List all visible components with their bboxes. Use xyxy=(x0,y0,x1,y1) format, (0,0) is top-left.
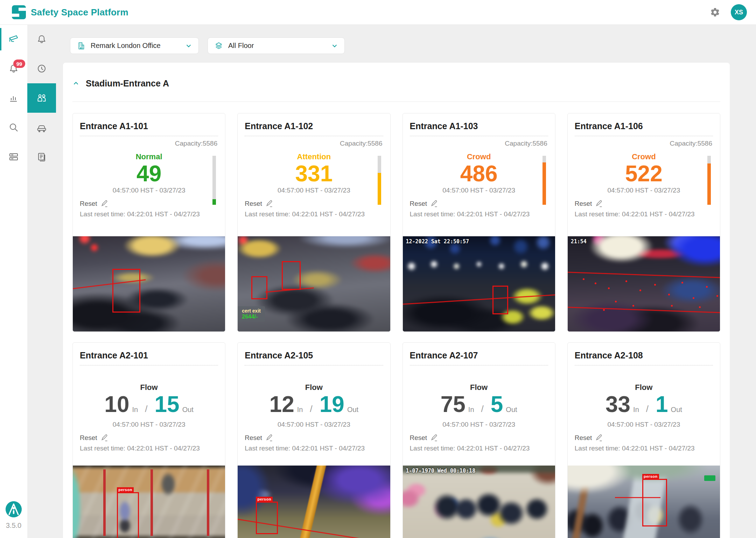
reset-button[interactable]: Reset xyxy=(410,434,427,442)
occupancy-value: 49 xyxy=(73,162,225,185)
last-reset-time: Last reset time: 04:22:01 HST - 04/27/23 xyxy=(568,210,720,218)
car-icon xyxy=(36,122,47,133)
flow-counts: 33 In / 1 Out xyxy=(568,393,720,416)
sidebar-item-occupancy[interactable] xyxy=(27,83,56,113)
reading-timestamp: 04:57:00 HST - 03/27/23 xyxy=(403,187,555,194)
capacity-label: Capacity:5586 xyxy=(403,136,555,147)
last-reset-time: Last reset time: 04:22:01 HST - 04/27/23 xyxy=(403,210,555,218)
filter-bar: Remark London Office All Floor xyxy=(70,37,756,54)
people-icon xyxy=(36,92,47,104)
flow-out-value: 15 xyxy=(154,393,179,416)
brand-logo-icon xyxy=(12,5,26,19)
reset-button[interactable]: Reset xyxy=(245,200,262,208)
sidebar-item-cameras[interactable] xyxy=(0,25,27,54)
occupancy-bar xyxy=(212,156,216,205)
app-title: Safety Space Platform xyxy=(31,7,128,18)
reset-button[interactable]: Reset xyxy=(245,434,262,442)
status-label: Crowd xyxy=(568,152,720,161)
entrance-card-a1-103: Entrance A1-103 Capacity:5586 Crowd 486 … xyxy=(402,113,555,332)
pillar xyxy=(291,466,328,538)
card-title: Entrance A1-101 xyxy=(80,113,218,136)
sidebar-item-notifications[interactable] xyxy=(27,25,56,54)
section-header: Stadium-Entrance A xyxy=(63,63,730,96)
detection-bounding-box: person xyxy=(642,479,667,526)
reset-button[interactable]: Reset xyxy=(410,200,427,208)
edit-pencil-icon[interactable] xyxy=(101,200,108,208)
camera-caption-overlay: cert exit 2644/- xyxy=(238,306,265,322)
sidebar-item-vehicles[interactable] xyxy=(27,113,56,142)
settings-gear-icon[interactable] xyxy=(710,7,720,18)
detection-bounding-box: person xyxy=(117,492,139,538)
camera-timestamp-overlay: 21:54 xyxy=(571,238,587,245)
occupancy-bar-fill xyxy=(212,199,216,204)
site-selector-dropdown[interactable]: Remark London Office xyxy=(70,37,199,54)
flow-slash: / xyxy=(646,404,649,414)
flow-label: Flow xyxy=(238,383,390,392)
edit-pencil-icon[interactable] xyxy=(266,200,273,208)
floor-selector-dropdown[interactable]: All Floor xyxy=(208,37,345,54)
last-reset-time: Last reset time: 04:22:01 HST - 04/27/23 xyxy=(73,445,225,452)
sidebar-item-reports[interactable] xyxy=(27,142,56,172)
detection-label: person xyxy=(642,474,659,479)
edit-pencil-icon[interactable] xyxy=(266,434,273,442)
edit-pencil-icon[interactable] xyxy=(595,200,603,208)
flow-out-value: 1 xyxy=(656,393,668,416)
camera-feed: 1-07-1970 Wed 00:10:18 xyxy=(403,466,555,538)
entrance-card-a2-101: Entrance A2-101 Flow 10 In / 15 Out 04:5… xyxy=(72,342,225,538)
user-avatar[interactable]: XS xyxy=(731,4,747,20)
flow-in-value: 33 xyxy=(606,393,630,416)
reading-timestamp: 04:57:00 HST - 03/27/23 xyxy=(568,187,720,194)
flow-in-label: In xyxy=(468,406,474,414)
flow-counts: 75 In / 5 Out xyxy=(403,393,555,416)
camera-feed xyxy=(73,236,225,331)
card-title: Entrance A2-107 xyxy=(410,343,548,365)
sidebar-item-devices[interactable] xyxy=(0,142,27,172)
edit-pencil-icon[interactable] xyxy=(430,200,438,208)
flow-slash: / xyxy=(310,404,312,414)
edit-pencil-icon[interactable] xyxy=(101,434,108,442)
occupancy-value: 331 xyxy=(238,162,390,185)
last-reset-time: Last reset time: 04:22:01 HST - 04/27/23 xyxy=(568,445,720,452)
sidebar-item-alerts[interactable]: 99 xyxy=(0,54,27,83)
cctv-camera-icon xyxy=(8,34,19,45)
reading-timestamp: 04:57:00 HST - 03/27/23 xyxy=(568,421,720,428)
flow-slash: / xyxy=(481,404,484,414)
occupancy-value: 522 xyxy=(568,162,720,185)
flow-out-label: Out xyxy=(182,406,194,414)
chevron-down-icon xyxy=(185,42,192,49)
app-logo: Safety Space Platform xyxy=(12,5,128,19)
status-label: Attention xyxy=(238,152,390,161)
sidebar-item-search[interactable] xyxy=(0,113,27,142)
flow-label: Flow xyxy=(403,383,555,392)
card-title: Entrance A1-102 xyxy=(245,113,383,136)
chevron-up-icon[interactable] xyxy=(72,80,79,87)
detection-bounding-box: person xyxy=(256,502,278,534)
building-icon xyxy=(77,41,86,50)
door-frame xyxy=(207,469,209,536)
reset-button[interactable]: Reset xyxy=(80,434,97,442)
occupancy-bar-fill xyxy=(542,162,546,204)
reset-button[interactable]: Reset xyxy=(80,200,97,208)
entrance-card-a2-107: Entrance A2-107 Flow 75 In / 5 Out 04:57… xyxy=(402,342,555,538)
detection-bounding-box xyxy=(282,261,301,290)
site-selector-value: Remark London Office xyxy=(91,42,185,50)
flow-in-label: In xyxy=(633,406,639,414)
reset-button[interactable]: Reset xyxy=(575,434,592,442)
sidebar-item-history[interactable] xyxy=(27,54,56,83)
detection-bounding-box xyxy=(112,269,140,313)
detection-line xyxy=(568,307,720,313)
flow-in-value: 75 xyxy=(441,393,465,416)
status-label: Crowd xyxy=(403,152,555,161)
occupancy-value: 486 xyxy=(403,162,555,185)
flow-in-label: In xyxy=(297,406,303,414)
edit-pencil-icon[interactable] xyxy=(595,434,603,442)
detection-line xyxy=(568,272,720,278)
flow-in-value: 12 xyxy=(270,393,294,416)
edit-pencil-icon[interactable] xyxy=(430,434,438,442)
main-content: Remark London Office All Floor Stadium-E… xyxy=(56,25,756,538)
floor-selector-value: All Floor xyxy=(228,42,331,50)
reading-timestamp: 04:57:00 HST - 03/27/23 xyxy=(238,187,390,194)
last-reset-time: Last reset time: 04:22:01 HST - 04/27/23 xyxy=(403,445,555,452)
sidebar-item-analytics[interactable] xyxy=(0,83,27,113)
reset-button[interactable]: Reset xyxy=(575,200,592,208)
